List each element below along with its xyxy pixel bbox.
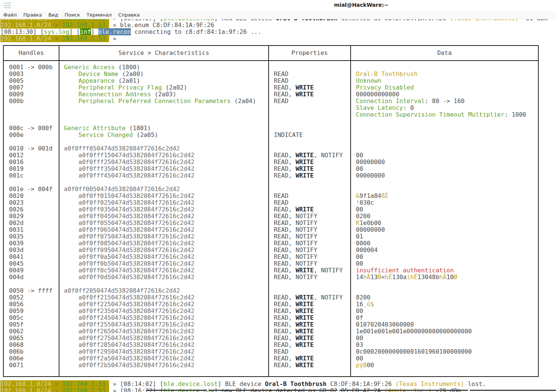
text-segment: ¸û$ (363, 301, 374, 308)
table-cell-line: READ, WRITE (274, 335, 350, 342)
table-cell-line (274, 118, 350, 125)
text-segment: a0f0ff2950474d5382084f72616c2d42 (64, 348, 194, 355)
text-segment: 0010 -> 001d (9, 145, 53, 152)
table-cell-line (9, 281, 59, 287)
window-titlebar: mial@HackWare:~ (0, 0, 556, 11)
text-segment: 16 (356, 301, 363, 308)
text-segment: > (55, 380, 62, 387)
text-segment: a0f0ff2b50474d5382084f72616c2d42 (64, 362, 194, 369)
text-segment: ] BLE device (218, 380, 265, 387)
table-cell-line: 00 (356, 166, 538, 172)
table-cell-line: READ, WRITE (274, 315, 350, 321)
text-segment: READ, (274, 328, 296, 335)
text-segment (64, 91, 79, 98)
text-segment: READ, (274, 355, 296, 362)
menu-item-edit[interactable]: Правка (23, 12, 42, 18)
text-segment: ] [ (69, 28, 80, 35)
table-cell-line: 000e (9, 132, 59, 138)
text-segment: 0049 (9, 267, 24, 274)
table-cell-line: a0f0ff0b50474d5382084f72616c2d42 (64, 260, 268, 267)
text-segment: 000000000000 (356, 91, 400, 98)
text-segment: Oral-B Toothbrush (265, 380, 327, 387)
text-segment: a0f0ff2050474d5382084f72616c2d42 (64, 287, 180, 294)
table-cell-line: 0071 (9, 362, 59, 369)
menu-item-file[interactable]: Файл (3, 12, 17, 18)
text-segment: 03 (356, 341, 363, 348)
table-cell-line: INDICATE (274, 132, 350, 138)
table-cell-line: 0062 (9, 328, 59, 335)
text-segment: 192.168.1.0/24 (0, 387, 55, 392)
table-cell-line: READ, WRITE, NOTIFY (274, 294, 350, 301)
menu-item-search[interactable]: Поиск (65, 12, 80, 18)
text-segment: 01 (356, 233, 363, 240)
text-segment: 000c -> 000f (9, 125, 53, 132)
table-cell-line: 003d (9, 247, 59, 254)
text-segment: 192.168.1.0/24 (0, 21, 55, 29)
table-cell-line: Peripheral Privacy Flag (2a02) (64, 84, 268, 91)
menu-item-terminal[interactable]: Терминал (87, 12, 112, 18)
table-cell-line (64, 138, 268, 145)
terminal-viewport[interactable]: 192.168.1.0/24 > 192.168.1.53 » [08:13:2… (0, 0, 556, 392)
table-cell-line: READ, NOTIFY (274, 247, 350, 254)
text-segment: WRITE (296, 172, 314, 179)
table-cell-line (64, 179, 268, 186)
text-segment: 1e001e001e001e000000000000000000 (356, 328, 472, 335)
text-segment: Appearance (79, 77, 115, 84)
text-segment: hÄ (363, 273, 370, 281)
table-cell-line (64, 111, 268, 118)
table-cell-line: 0000 (356, 240, 538, 247)
table-cell-line: 1e001e001e001e000000000000000000 (356, 328, 538, 335)
table-cell-line: 00 (356, 335, 538, 342)
table-cell-line: READ, NOTIFY (274, 233, 350, 240)
hamburger-menu-icon[interactable] (4, 3, 11, 8)
table-cell-line: READ, WRITE (274, 301, 350, 308)
text-segment: READ, (274, 301, 296, 308)
text-segment: » [08:14:02] [ (109, 380, 164, 387)
terminal-window: mial@HackWare:~ Файл Правка Вид Поиск Те… (0, 0, 556, 392)
table-cell-line: 0107020403060000 (356, 321, 538, 328)
text-segment: » (109, 35, 116, 42)
table-cell-line: 0010 -> 001d (9, 145, 59, 152)
text-segment: 1e0b00 (360, 219, 381, 226)
text-segment: 003d (9, 246, 24, 254)
table-cell-line: a0f0fff150474d5382084f72616c2d42 (64, 152, 268, 159)
text-segment: 0200 (356, 213, 371, 220)
text-segment: 006e (9, 355, 24, 362)
text-segment (64, 77, 79, 84)
text-segment: 0052 (9, 294, 24, 301)
text-segment: READ (274, 192, 289, 199)
text-segment: 001e -> 004f (9, 185, 53, 193)
table-cell-line (9, 105, 59, 111)
table-cell-line: a0f0ff2a50474d5382084f72616c2d42 (64, 355, 268, 362)
table-cell-line: a0f0ff0050474d5382084f72616c2d42 (64, 186, 268, 193)
text-segment: 0009 (9, 91, 24, 98)
table-cell-line: 0005 (9, 77, 59, 84)
menu-item-help[interactable]: Справка (118, 12, 140, 18)
table-cell-line (356, 118, 538, 125)
text-segment: a0f0ff2450474d5382084f72616c2d42 (64, 314, 194, 321)
table-cell-line (64, 118, 268, 125)
table-cell-line: Connection Supervision Timeout Multiplie… (356, 111, 538, 118)
text-segment: Peripheral Privacy Flag (79, 84, 162, 91)
table-cell-line: 16¸û$ (356, 301, 538, 308)
table-cell-line: READ (274, 98, 350, 105)
text-segment: pÿB (356, 362, 367, 369)
text-segment: 0019 (9, 165, 24, 172)
text-segment: 192.168.1.0/24 (0, 35, 55, 42)
menu-item-view[interactable]: Вид (48, 12, 58, 18)
menu-bar: Файл Правка Вид Поиск Терминал Справка (0, 11, 556, 19)
table-cell-line: 00000000 (356, 172, 538, 179)
table-cell-line: 001c (9, 172, 59, 179)
text-segment: , NOTIFY (314, 152, 343, 159)
text-segment: 0c000200000000001601960100000000 (356, 348, 472, 355)
table-cell-line: 0020 (9, 193, 59, 199)
text-segment: 0001 -> 000b (9, 64, 53, 71)
text-segment: 000004 (356, 246, 378, 254)
text-segment: 0050 -> ffff (9, 287, 53, 294)
text-segment: a0f0ff0250474d5382084f72616c2d42 (64, 199, 194, 206)
text-segment: 005f (9, 321, 24, 328)
text-segment: 00000000 (356, 172, 385, 179)
col-header-service-characteristics: Service > Characteristics (59, 46, 268, 60)
table-cell-line: READ, WRITE (274, 159, 350, 166)
text-segment: connecting to c8:df:84:1a:9f:26 ... (131, 28, 261, 35)
